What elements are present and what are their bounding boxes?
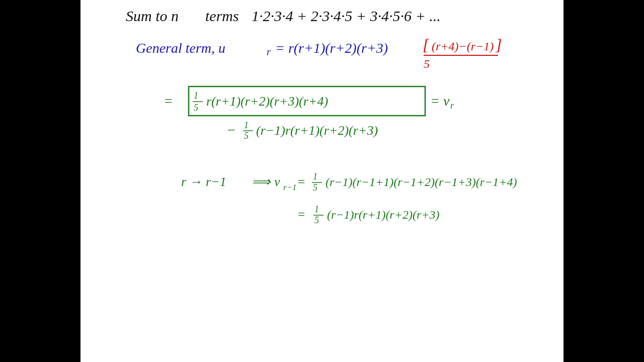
frac-1-top: 1 (244, 120, 249, 130)
subscript-r-minus-1: r−1 (283, 183, 297, 192)
frac-5-bot2: 5 (313, 183, 317, 193)
equals-vr: = v (430, 93, 450, 109)
equals4: = (297, 207, 306, 222)
implies-arrow: ⟹ (252, 174, 271, 189)
red-bracket-open: [ (423, 36, 430, 54)
red-bracket-close: ] (495, 36, 502, 54)
right-black-bar (564, 0, 644, 362)
frac-1-top2: 1 (313, 171, 317, 182)
equals1: = r(r+1)(r+2)(r+3) (275, 40, 388, 56)
substitution-label: r → r−1 (181, 174, 226, 189)
title-series: 1·2·3·4 + 2·3·4·5 + 3·4·5·6 + ... (252, 8, 441, 24)
second-product: (r−1)r(r+1)(r+2)(r+3) (256, 123, 378, 138)
one-numerator: 1 (194, 90, 198, 101)
general-term-label: General term, u (136, 40, 225, 56)
expanded-term: (r−1)(r−1+1)(r−1+2)(r−1+3)(r−1+4) (326, 175, 517, 189)
math-content: Sum to n terms 1·2·3·4 + 2·3·4·5 + 3·4·5… (80, 0, 564, 362)
simplified-term: (r−1)r(r+1)(r+2)(r+3) (327, 208, 439, 221)
title-text: Sum to n (126, 8, 179, 24)
product-term-boxed: r(r+1)(r+2)(r+3)(r+4) (206, 94, 328, 109)
red-denominator: 5 (424, 57, 430, 70)
equals2: = (164, 93, 173, 109)
frac-5-bot: 5 (244, 131, 249, 141)
frac-1-top3: 1 (314, 204, 319, 214)
title-terms: terms (205, 8, 239, 24)
whiteboard: Sum to n terms 1·2·3·4 + 2·3·4·5 + 3·4·5… (80, 0, 564, 362)
minus-sign: − (226, 122, 236, 138)
v-label: v (274, 174, 280, 189)
frac-5-bot3: 5 (314, 215, 319, 225)
five-denom: 5 (194, 103, 198, 113)
subscript-r-vr: r (450, 101, 454, 111)
subscript-r1: r (267, 46, 271, 57)
red-numerator: (r+4)−(r−1) (432, 40, 494, 53)
left-black-bar (0, 0, 80, 362)
equals3: = (297, 174, 306, 189)
